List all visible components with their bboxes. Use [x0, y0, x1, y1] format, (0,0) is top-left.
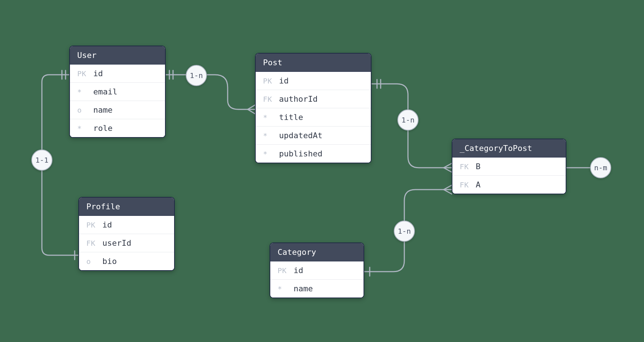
entity-user-title: User: [77, 51, 97, 60]
entity-user: User PK id * email o name * role: [69, 46, 166, 138]
key-marker: PK: [86, 221, 102, 229]
entity-category: Category PK id * name: [270, 242, 364, 298]
badge-label: 1-n: [190, 71, 203, 80]
field-name: name: [93, 105, 113, 114]
key-marker: *: [77, 124, 93, 133]
key-marker: PK: [278, 266, 294, 275]
entity-post-row-updatedat: * updatedAt: [256, 127, 371, 145]
entity-category-header: Category: [270, 243, 364, 261]
key-marker: *: [263, 149, 279, 158]
key-marker: PK: [263, 77, 279, 85]
svg-line-9: [444, 163, 452, 168]
badge-post-categorytopost: 1-n: [397, 109, 419, 131]
entity-categorytopost-header: _CategoryToPost: [452, 139, 566, 158]
svg-line-6: [248, 109, 255, 114]
key-marker: FK: [460, 162, 476, 171]
entity-categorytopost-row-a: FK A: [452, 176, 566, 194]
entity-profile-row-userid: FK userId: [79, 234, 174, 252]
badge-user-profile: 1-1: [31, 149, 52, 171]
entity-post-row-published: * published: [256, 145, 371, 163]
field-name: updatedAt: [279, 131, 322, 140]
entity-profile: Profile PK id FK userId o bio: [78, 197, 175, 271]
entity-category-title: Category: [278, 248, 316, 257]
entity-profile-header: Profile: [79, 198, 174, 216]
entity-category-row-name: * name: [270, 280, 364, 298]
badge-label: n-m: [594, 163, 607, 172]
entity-post-header: Post: [256, 54, 371, 72]
badge-label: 1-n: [398, 227, 411, 236]
entity-profile-row-id: PK id: [79, 216, 174, 234]
key-marker: *: [278, 284, 294, 293]
svg-line-5: [248, 105, 255, 109]
entity-post-row-title: * title: [256, 108, 371, 127]
field-name: id: [279, 76, 289, 85]
entity-post-row-id: PK id: [256, 72, 371, 90]
entity-user-header: User: [70, 46, 165, 65]
entity-user-row-email: * email: [70, 83, 165, 101]
entity-categorytopost-row-b: FK B: [452, 158, 566, 176]
entity-post-row-authorid: FK authorId: [256, 90, 371, 108]
field-name: id: [294, 266, 303, 275]
entity-profile-title: Profile: [86, 202, 120, 211]
key-marker: *: [263, 131, 279, 140]
field-name: A: [476, 180, 480, 189]
key-marker: FK: [263, 95, 279, 104]
field-name: published: [279, 149, 322, 158]
erd-canvas: User PK id * email o name * role Profile…: [0, 0, 644, 342]
key-marker: *: [77, 88, 93, 96]
key-marker: PK: [77, 69, 93, 78]
entity-user-row-id: PK id: [70, 65, 165, 83]
badge-category-categorytopost: 1-n: [394, 221, 415, 242]
field-name: authorId: [279, 94, 318, 104]
key-marker: FK: [86, 239, 102, 248]
field-name: B: [476, 162, 480, 171]
entity-categorytopost: _CategoryToPost FK B FK A: [452, 139, 566, 194]
svg-line-13: [444, 190, 452, 194]
entity-post: Post PK id FK authorId * title * updated…: [255, 53, 372, 163]
entity-category-row-id: PK id: [270, 261, 364, 280]
field-name: id: [93, 69, 103, 78]
field-name: bio: [102, 257, 117, 266]
key-marker: o: [77, 106, 93, 114]
field-name: role: [93, 124, 113, 133]
badge-nm: n-m: [590, 157, 611, 178]
badge-user-post: 1-n: [186, 65, 207, 86]
field-name: name: [294, 284, 313, 293]
svg-line-12: [444, 185, 452, 190]
entity-profile-row-bio: o bio: [79, 252, 174, 270]
entity-user-row-role: * role: [70, 119, 165, 137]
key-marker: FK: [460, 180, 476, 189]
field-name: email: [93, 87, 117, 96]
field-name: userId: [102, 238, 131, 248]
badge-label: 1-1: [35, 156, 48, 164]
key-marker: *: [263, 113, 279, 122]
field-name: title: [279, 113, 303, 122]
badge-label: 1-n: [401, 116, 415, 124]
entity-post-title: Post: [263, 58, 282, 67]
svg-line-10: [444, 168, 452, 172]
entity-categorytopost-title: _CategoryToPost: [460, 144, 532, 153]
field-name: id: [102, 220, 112, 229]
key-marker: o: [86, 257, 102, 266]
entity-user-row-name: o name: [70, 101, 165, 119]
